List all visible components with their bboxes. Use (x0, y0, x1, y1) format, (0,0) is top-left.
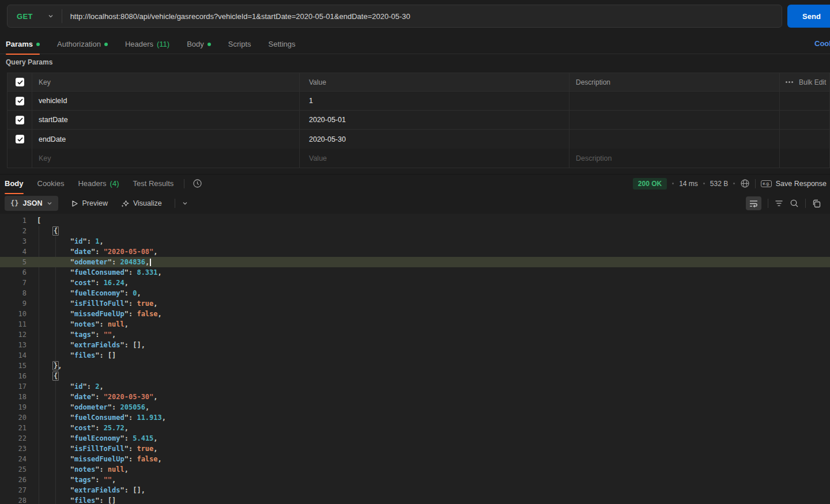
bulk-edit-button[interactable]: Bulk Edit (799, 78, 826, 86)
line-number: 17 (0, 381, 27, 392)
tab-cookies[interactable]: Cookies (37, 174, 65, 194)
tab-label: Body (187, 40, 204, 48)
line-content: "files": [] (37, 495, 116, 504)
code-line[interactable]: 6 "fuelConsumed": 8.331, (0, 267, 830, 278)
preview-button[interactable]: Preview (71, 199, 108, 207)
row-checkbox[interactable] (16, 97, 24, 105)
row-checkbox[interactable] (16, 135, 24, 143)
placeholder-key-input[interactable]: Key (32, 149, 300, 168)
tab-label: Headers (125, 40, 153, 48)
code-line[interactable]: 8 "fuelEconomy": 0, (0, 288, 830, 298)
code-line[interactable]: 5 "odometer": 204836, (0, 257, 830, 267)
line-content: "odometer": 204836, (37, 257, 151, 267)
save-response-button[interactable]: e.g. Save Response (761, 180, 827, 188)
format-label: JSON (22, 199, 42, 207)
code-line[interactable]: 12 "tags": "", (0, 329, 830, 340)
response-body-editor[interactable]: 1[2 {3 "id": 1,4 "date": "2020-05-08",5 … (0, 214, 830, 504)
code-line[interactable]: 7 "cost": 16.24, (0, 278, 830, 288)
code-line[interactable]: 3 "id": 1, (0, 236, 830, 247)
response-size[interactable]: 532 B (710, 180, 728, 188)
tab-body[interactable]: Body (5, 174, 24, 194)
param-key-cell[interactable]: endDate (32, 130, 300, 149)
code-line[interactable]: 9 "isFillToFull": true, (0, 298, 830, 309)
meta-dot (733, 183, 735, 184)
chevron-down-icon (47, 200, 52, 206)
viewer-more-chevron-icon[interactable] (182, 200, 188, 206)
param-description-cell[interactable] (569, 92, 780, 110)
placeholder-description-input[interactable]: Description (569, 149, 780, 168)
code-line[interactable]: 24 "missedFuelUp": false, (0, 454, 830, 464)
wrap-text-button[interactable] (746, 196, 761, 210)
header-actions-cell: Bulk Edit (780, 73, 829, 91)
select-all-cell (7, 73, 32, 91)
tab-label: Scripts (228, 40, 251, 48)
tab-label: Settings (269, 40, 296, 48)
line-number: 9 (0, 298, 27, 309)
code-line[interactable]: 21 "cost": 25.72, (0, 423, 830, 433)
line-content: "tags": "", (37, 475, 116, 485)
copy-icon[interactable] (812, 199, 821, 208)
code-line[interactable]: 13 "extraFields": [], (0, 340, 830, 350)
line-content: "notes": null, (37, 319, 129, 329)
code-lines: 1[2 {3 "id": 1,4 "date": "2020-05-08",5 … (0, 215, 830, 504)
code-line[interactable]: 4 "date": "2020-05-08", (0, 247, 830, 257)
tab-headers[interactable]: Headers(11) (125, 35, 169, 54)
code-line[interactable]: 14 "files": [] (0, 350, 830, 361)
tab-headers[interactable]: Headers(4) (78, 174, 119, 194)
active-tab-underline (6, 54, 40, 55)
cookies-link[interactable]: Cookies (814, 39, 830, 48)
code-line[interactable]: 25 "notes": null, (0, 464, 830, 475)
tab-params[interactable]: Params (6, 35, 40, 54)
row-checkbox-cell (7, 111, 32, 129)
tab-settings[interactable]: Settings (269, 35, 296, 54)
code-line[interactable]: 2 { (0, 226, 830, 236)
method-select[interactable]: GET (7, 5, 62, 27)
row-checkbox-cell (7, 130, 32, 149)
code-line[interactable]: 23 "isFillToFull": true, (0, 444, 830, 454)
param-value-cell[interactable]: 1 (300, 92, 569, 110)
param-description-cell[interactable] (569, 111, 780, 129)
meta-dot (703, 183, 705, 184)
row-checkbox[interactable] (16, 116, 24, 124)
code-line[interactable]: 1[ (0, 215, 830, 226)
response-time[interactable]: 14 ms (679, 180, 698, 188)
format-select[interactable]: {} JSON (5, 196, 58, 211)
viewer-right-divider (768, 199, 768, 208)
url-input[interactable]: http://localhost:8080/api/vehicle/gasrec… (62, 12, 418, 21)
placeholder-checkbox-cell (7, 149, 32, 168)
code-line[interactable]: 28 "files": [] (0, 495, 830, 504)
row-checkbox-cell (7, 92, 32, 110)
more-options-icon[interactable] (786, 81, 793, 83)
code-line[interactable]: 10 "missedFuelUp": false, (0, 309, 830, 319)
search-icon[interactable] (790, 199, 799, 208)
code-line[interactable]: 16 { (0, 371, 830, 381)
param-key-cell[interactable]: startDate (32, 111, 300, 129)
tab-test-results[interactable]: Test Results (133, 174, 174, 194)
placeholder-value-input[interactable]: Value (300, 149, 569, 168)
code-line[interactable]: 22 "fuelEconomy": 5.415, (0, 433, 830, 444)
code-line[interactable]: 20 "fuelConsumed": 11.913, (0, 412, 830, 423)
code-line[interactable]: 11 "notes": null, (0, 319, 830, 329)
globe-icon[interactable] (740, 179, 750, 188)
tab-scripts[interactable]: Scripts (228, 35, 251, 54)
select-all-checkbox[interactable] (16, 78, 24, 86)
param-description-cell[interactable] (569, 130, 780, 149)
code-line[interactable]: 18 "date": "2020-05-30", (0, 392, 830, 402)
send-button[interactable]: Send (787, 5, 830, 28)
tab-body[interactable]: Body (187, 35, 211, 54)
code-line[interactable]: 27 "extraFields": [], (0, 485, 830, 495)
line-number: 22 (0, 433, 27, 444)
code-line[interactable]: 15 }, (0, 361, 830, 371)
history-icon[interactable] (193, 179, 202, 188)
code-line[interactable]: 19 "odometer": 205056, (0, 402, 830, 412)
line-number: 24 (0, 454, 27, 464)
param-value-cell[interactable]: 2020-05-01 (300, 111, 569, 129)
param-key-cell[interactable]: vehicleId (32, 92, 300, 110)
code-line[interactable]: 17 "id": 2, (0, 381, 830, 392)
tab-authorization[interactable]: Authorization (57, 35, 108, 54)
filter-icon[interactable] (775, 200, 783, 207)
status-badge[interactable]: 200 OK (633, 178, 667, 190)
code-line[interactable]: 26 "tags": "", (0, 475, 830, 485)
param-value-cell[interactable]: 2020-05-30 (300, 130, 569, 149)
visualize-button[interactable]: Visualize (120, 199, 162, 208)
